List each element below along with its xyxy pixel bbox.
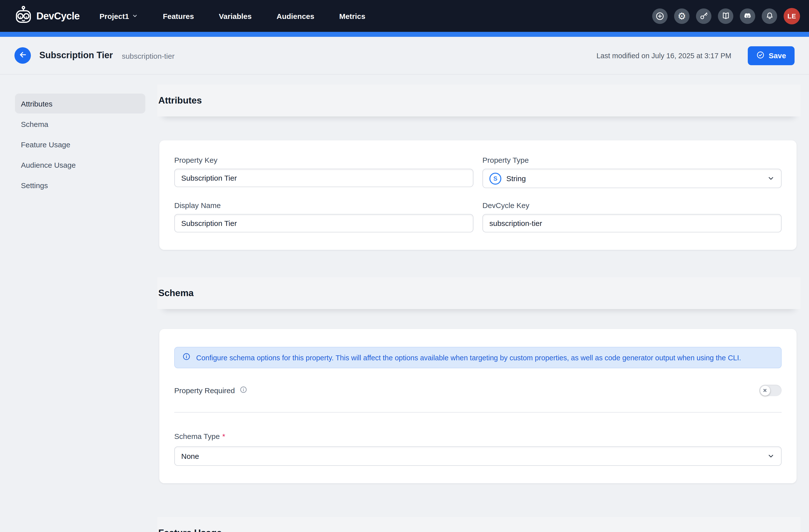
feature-usage-heading: Feature Usage [158, 528, 222, 532]
section-sidebar: Attributes Schema Feature Usage Audience… [15, 93, 145, 196]
schema-heading: Schema [158, 288, 194, 299]
property-type-field-group: Property Type S String [482, 156, 781, 188]
schema-info-banner: Configure schema options for this proper… [174, 347, 781, 368]
chevron-down-icon [767, 175, 775, 182]
toggle-knob [760, 386, 770, 395]
last-modified-text: Last modified on July 16, 2025 at 3:17 P… [597, 52, 731, 59]
attributes-section-header: Attributes [157, 85, 801, 117]
attributes-heading: Attributes [158, 95, 202, 106]
sidebar-item-attributes[interactable]: Attributes [15, 93, 145, 113]
chevron-down-icon [132, 12, 138, 20]
gear-icon: ⚙ [677, 11, 686, 21]
main-area: Attributes Schema Feature Usage Audience… [0, 75, 809, 532]
display-name-label: Display Name [174, 201, 474, 210]
property-required-label: Property Required [174, 386, 235, 395]
property-type-value: String [506, 174, 526, 183]
schema-section-header: Schema [157, 277, 801, 309]
property-key-input[interactable] [174, 169, 474, 187]
save-button[interactable]: Save [748, 46, 795, 65]
docs-button[interactable] [718, 8, 733, 24]
settings-button[interactable]: ⚙ [674, 8, 689, 24]
discord-icon [743, 11, 752, 21]
schema-type-select[interactable]: None [174, 446, 781, 466]
property-required-row: Property Required [174, 385, 781, 396]
content-column: Attributes Property Key Property Type S … [157, 75, 801, 532]
devcycle-logo-icon [14, 5, 33, 26]
sidebar-item-settings[interactable]: Settings [15, 175, 145, 195]
property-key-label: Property Key [174, 156, 474, 164]
check-circle-icon [756, 51, 765, 60]
schema-type-label: Schema Type [174, 432, 220, 440]
bell-icon [765, 12, 774, 20]
accent-strip [0, 32, 809, 37]
schema-type-label-row: Schema Type * [174, 432, 781, 440]
display-name-field-group: Display Name [174, 201, 474, 232]
divider [174, 412, 781, 412]
attributes-card: Property Key Property Type S String [159, 140, 796, 250]
property-required-toggle[interactable] [759, 385, 781, 396]
devcycle-key-input[interactable] [482, 214, 781, 232]
required-asterisk: * [222, 432, 225, 440]
devcycle-key-label: DevCycle Key [482, 201, 781, 210]
nav-link-audiences[interactable]: Audiences [277, 12, 314, 20]
plus-circle-icon [655, 11, 665, 21]
sidebar-item-schema[interactable]: Schema [15, 114, 145, 134]
string-type-icon: S [489, 173, 501, 184]
book-icon [721, 12, 730, 20]
page-header: Subscription Tier subscription-tier Last… [0, 37, 809, 75]
info-icon [239, 386, 247, 395]
nav-link-metrics[interactable]: Metrics [339, 12, 365, 20]
app-window: DevCycle Project1 Features Variables Aud… [0, 0, 809, 532]
feature-usage-section-header: Feature Usage [157, 517, 801, 532]
create-button[interactable] [652, 8, 668, 24]
notifications-button[interactable] [762, 8, 777, 24]
save-button-label: Save [769, 51, 786, 60]
property-type-label: Property Type [482, 156, 781, 164]
project-name: Project1 [100, 12, 129, 20]
x-icon [763, 388, 767, 393]
sidebar-item-feature-usage[interactable]: Feature Usage [15, 135, 145, 154]
top-navbar: DevCycle Project1 Features Variables Aud… [0, 0, 809, 32]
display-name-input[interactable] [174, 214, 474, 232]
key-icon [699, 12, 708, 20]
discord-button[interactable] [740, 8, 755, 24]
brand-name: DevCycle [36, 10, 80, 22]
schema-card: Configure schema options for this proper… [159, 329, 796, 483]
property-key-field-group: Property Key [174, 156, 474, 188]
sidebar-item-audience-usage[interactable]: Audience Usage [15, 155, 145, 175]
devcycle-key-field-group: DevCycle Key [482, 201, 781, 232]
user-avatar[interactable]: LE [784, 8, 800, 24]
schema-type-value: None [181, 452, 199, 460]
arrow-left-icon [18, 50, 27, 61]
chevron-down-icon [767, 453, 775, 460]
brand[interactable]: DevCycle [14, 5, 80, 26]
info-icon [182, 352, 191, 363]
page-key: subscription-tier [122, 52, 174, 60]
back-button[interactable] [14, 47, 31, 64]
nav-link-features[interactable]: Features [163, 12, 194, 20]
page-title: Subscription Tier [39, 50, 113, 61]
property-type-select[interactable]: S String [482, 169, 781, 188]
project-selector[interactable]: Project1 [100, 12, 138, 20]
api-keys-button[interactable] [696, 8, 711, 24]
schema-banner-text: Configure schema options for this proper… [196, 354, 741, 361]
navbar-actions: ⚙ [652, 8, 800, 24]
nav-link-variables[interactable]: Variables [219, 12, 252, 20]
